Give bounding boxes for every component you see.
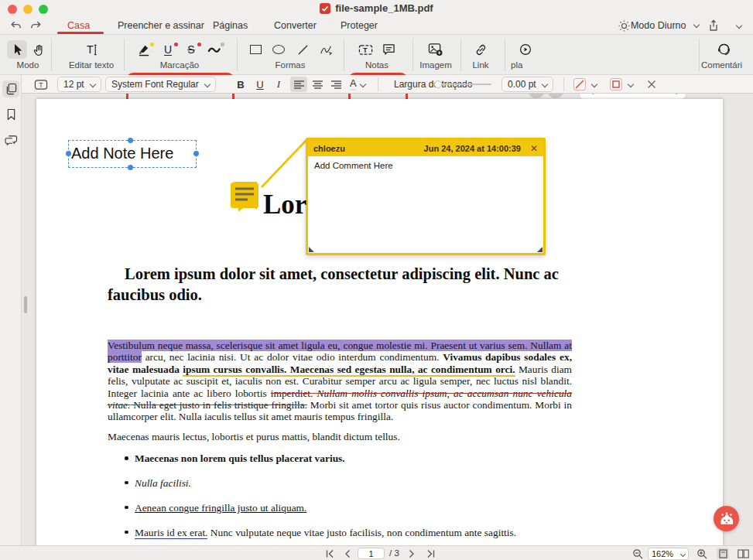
next-page-button[interactable] — [406, 548, 418, 559]
strikethrough-tool-button[interactable]: S — [181, 40, 201, 59]
document-bullet-list: Maecenas non lorem quis tellus placerat … — [126, 452, 572, 551]
redo-icon[interactable] — [29, 19, 43, 33]
comment-support-button[interactable] — [714, 40, 734, 59]
close-formatbar-icon[interactable] — [647, 77, 656, 92]
highlight-color-dot — [150, 43, 154, 46]
two-page-view-button[interactable] — [737, 548, 749, 559]
chevron-down-icon — [89, 81, 95, 87]
bullet-item: Maecenas non lorem quis tellus placerat … — [126, 452, 572, 464]
tab-preencher-e-assinar[interactable]: Preencher e assinar — [118, 20, 204, 31]
bookmarks-panel-button[interactable] — [2, 106, 19, 123]
zoom-out-icon[interactable] — [631, 548, 644, 559]
chevron-down-icon — [628, 81, 634, 87]
note-resize-grip-left[interactable] — [309, 247, 314, 252]
ribbon-tab-bar: Casa Preencher e assinar Páginas Convert… — [0, 17, 753, 35]
undo-icon[interactable] — [9, 19, 23, 33]
toolbar-separator — [505, 39, 505, 71]
stroke-width-slider-knob[interactable] — [434, 80, 442, 88]
insert-image-button[interactable] — [425, 40, 445, 59]
sticky-note-comment-button[interactable] — [378, 40, 399, 59]
note-body-input[interactable]: Add Comment Here — [308, 156, 543, 175]
tab-casa[interactable]: Casa — [67, 20, 90, 31]
resize-handle-top[interactable] — [128, 138, 133, 143]
resize-handle-right[interactable] — [193, 151, 199, 156]
squiggly-underline-tool-button[interactable] — [204, 40, 224, 59]
text-run: Nulla facilisi. — [135, 477, 191, 489]
bullet-item: Aenean congue fringilla justo ut aliquam… — [126, 502, 572, 514]
tab-converter[interactable]: Converter — [274, 20, 317, 31]
toolbar-separator — [344, 39, 344, 71]
bold-button[interactable]: B — [233, 77, 248, 92]
group-label-notas: Notas — [358, 60, 395, 70]
ai-assistant-robot-button[interactable] — [714, 506, 739, 531]
text-format-bar: T 12 pt System Font Regular B U I A Larg… — [22, 75, 753, 94]
fill-color-chevron[interactable] — [628, 77, 633, 92]
text-run: Nunc vulputate neque vitae justo facilis… — [207, 527, 516, 538]
pencil-draw-button[interactable] — [316, 40, 336, 59]
underline-color-dot — [174, 43, 178, 46]
font-color-dropdown[interactable]: A — [350, 77, 365, 92]
group-label-formas: Formas — [267, 60, 313, 70]
main-toolbar: Modo T Editar texto U S Marcação — [0, 35, 753, 75]
last-page-button[interactable] — [424, 548, 436, 559]
text-box-style-icon[interactable]: T — [34, 77, 48, 92]
edit-text-tool-button[interactable]: T — [81, 40, 101, 59]
app-window: file-sample_1MB.pdf Casa Preencher e ass… — [0, 0, 753, 560]
text-run: Aenean congue fringilla justo ut aliquam… — [135, 502, 306, 514]
sticky-note-icon[interactable] — [229, 180, 260, 211]
underline-button[interactable]: U — [252, 77, 268, 92]
active-tab-underline — [57, 32, 104, 34]
tab-proteger[interactable]: Proteger — [341, 20, 378, 31]
collapse-toolbar-chevron-icon[interactable] — [736, 22, 742, 29]
align-center-button[interactable] — [309, 77, 326, 92]
view-mode-label: Modo Diurno — [631, 20, 686, 31]
note-resize-grip-right[interactable] — [537, 247, 543, 252]
chevron-down-icon — [541, 81, 547, 87]
stroke-width-slider[interactable] — [437, 84, 491, 85]
zoom-level-value: 162% — [652, 549, 673, 558]
insert-link-button[interactable] — [471, 40, 491, 59]
underline-tool-button[interactable]: U — [158, 40, 178, 59]
align-left-button[interactable] — [290, 77, 307, 92]
note-popup-header[interactable]: chloezu Jun 24, 2024 at 14:00:39 ✕ — [308, 140, 543, 156]
page-thumbnails-panel-button[interactable] — [2, 80, 19, 97]
chevron-down-icon — [204, 81, 210, 87]
select-tool-button[interactable] — [7, 40, 27, 59]
chevron-down-icon — [693, 22, 700, 28]
stroke-color-swatch[interactable] — [573, 77, 586, 92]
share-icon[interactable] — [707, 19, 720, 32]
previous-page-button[interactable] — [341, 548, 354, 559]
italic-button[interactable]: I — [271, 77, 286, 92]
hand-tool-button[interactable] — [29, 40, 49, 59]
first-page-button[interactable] — [323, 548, 336, 559]
close-note-icon[interactable]: ✕ — [530, 143, 538, 154]
view-mode-dropdown[interactable]: Modo Diurno — [631, 20, 699, 31]
text-run: imperdiet. — [271, 388, 317, 399]
line-shape-button[interactable] — [293, 40, 313, 59]
text-run: Mauris id ex erat. — [135, 527, 207, 539]
rectangle-shape-button[interactable] — [245, 40, 265, 59]
day-mode-sun-icon[interactable] — [618, 20, 630, 32]
align-right-button[interactable] — [327, 77, 344, 92]
highlight-tool-button[interactable] — [134, 40, 154, 59]
stroke-color-chevron[interactable] — [592, 77, 597, 92]
fill-color-swatch[interactable] — [610, 77, 622, 92]
text-annotation-box[interactable]: Add Note Here — [68, 140, 197, 168]
ellipse-shape-button[interactable] — [269, 40, 289, 59]
single-page-view-button[interactable] — [717, 548, 729, 559]
comments-panel-button[interactable] — [2, 131, 19, 149]
panel-resize-handle[interactable] — [24, 296, 27, 313]
zoom-level-dropdown[interactable]: 162% — [648, 548, 689, 560]
stroke-width-dropdown[interactable]: 0.00 pt — [501, 77, 553, 92]
note-comment-popup[interactable]: chloezu Jun 24, 2024 at 14:00:39 ✕ Add C… — [306, 138, 546, 255]
tab-paginas[interactable]: Páginas — [213, 20, 248, 31]
zoom-in-icon[interactable] — [696, 548, 708, 559]
page-number-input[interactable] — [358, 548, 385, 559]
resize-handle-bottom[interactable] — [128, 165, 133, 170]
font-family-dropdown[interactable]: System Font Regular — [105, 77, 216, 92]
font-size-dropdown[interactable]: 12 pt — [57, 77, 101, 92]
group-label-marcacao: Marcação — [152, 60, 207, 70]
resize-handle-left[interactable] — [66, 151, 71, 156]
play-presentation-button[interactable] — [515, 40, 536, 59]
text-box-note-button[interactable]: T — [355, 40, 375, 59]
